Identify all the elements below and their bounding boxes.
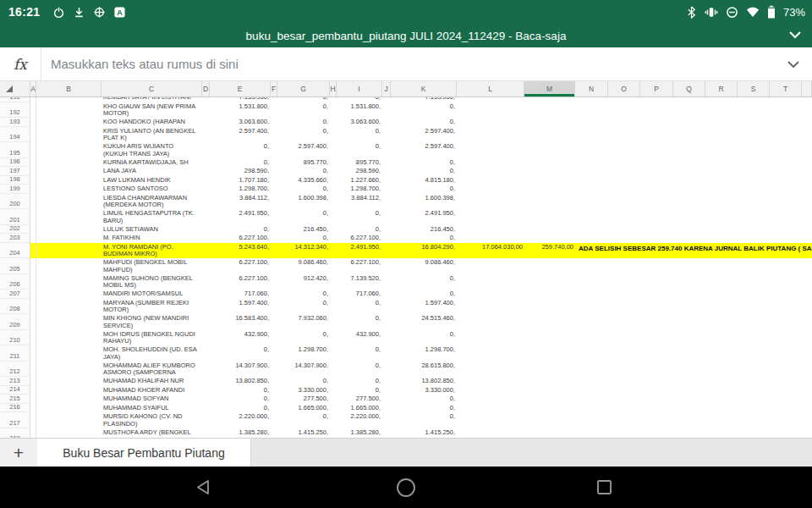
cell-note-208[interactable] [575,299,812,315]
cell-G209-value[interactable]: 7.932.060, [277,314,330,330]
cell-F210[interactable] [271,330,277,346]
cell-I215-value[interactable]: 277.500, [337,395,382,404]
cell-A201[interactable] [30,209,36,225]
cell-A217[interactable] [30,412,36,428]
cell-F211[interactable] [271,345,277,362]
cell-note-217[interactable] [575,412,812,428]
cell-I202-value[interactable]: 0, [337,225,382,235]
cell-H197[interactable] [330,167,337,176]
cell-E217-value[interactable]: 2.220.000, [210,412,271,428]
cell-J217[interactable] [382,412,391,428]
cell-B213[interactable] [36,377,102,386]
cell-E193-value[interactable]: 3.063.600, [210,118,271,127]
cell-D215[interactable] [202,395,210,404]
column-header-Q[interactable]: Q [673,81,705,97]
cell-A202[interactable] [30,225,36,235]
cell-J192[interactable] [382,102,391,119]
cell-M208-value[interactable] [524,299,575,315]
cell-G217-value[interactable]: 0, [277,412,330,428]
cell-K207-value[interactable]: 0, [391,290,457,299]
cell-L202-value[interactable] [457,225,524,235]
cell-E214-value[interactable]: 0, [210,386,271,395]
cell-M212-value[interactable] [524,362,575,378]
cell-B217[interactable] [36,412,102,428]
cell-E199-value[interactable]: 1.298.700, [210,185,271,194]
cell-K192-value[interactable]: 0, [391,102,457,119]
cell-E198-value[interactable]: 1.707.180, [210,176,271,185]
row-header-216[interactable]: 216 [0,404,30,413]
cell-L207-value[interactable] [457,290,524,299]
cell-I216-value[interactable]: 1.665.000, [337,404,382,413]
cell-J196[interactable] [382,158,391,168]
cell-A209[interactable] [30,314,36,330]
cell-J215[interactable] [382,395,391,404]
row-header-211[interactable]: 211 [0,345,30,362]
cell-K209-value[interactable]: 24.515.460, [391,314,457,330]
cell-note-200[interactable] [575,194,812,210]
row-header-193[interactable]: 193 [0,118,30,127]
cell-A198[interactable] [30,176,36,185]
cell-M194-value[interactable] [524,127,575,143]
row-header-192[interactable]: 192 [0,102,30,119]
cell-E204-value[interactable]: 5.243.640, [210,243,271,259]
row-header-218[interactable]: 218 [0,428,30,439]
cell-note-214[interactable] [575,386,812,395]
cell-B202[interactable] [36,225,102,235]
cell-D205[interactable] [202,258,210,274]
cell-B193[interactable] [36,118,102,127]
cell-H200[interactable] [330,194,337,210]
cell-J199[interactable] [382,185,391,194]
cell-C196-name[interactable]: KURNIA KARTAWIDJAJA, SH [102,158,202,168]
cell-I194-value[interactable]: 0, [337,127,382,143]
cell-K217-value[interactable]: 0, [391,412,457,428]
add-sheet-button[interactable]: + [0,439,37,467]
column-header-M[interactable]: M [524,81,575,97]
cell-C204-name[interactable]: M. YONI RAMDANI (PO. BUDIMAN MIKRO) [102,243,202,259]
cell-C211-name[interactable]: MOH. SHOLEHUDDIN (UD. ESA JAYA) [102,345,202,362]
cell-D200[interactable] [202,194,210,210]
row-header-201[interactable]: 201 [0,209,30,225]
cell-M213-value[interactable] [524,377,575,386]
cell-E202-value[interactable]: 0, [210,225,271,235]
cell-M200-value[interactable] [524,194,575,210]
cell-I206-value[interactable]: 7.139.520, [337,274,382,290]
cell-L194-value[interactable] [457,127,524,143]
cell-note-205[interactable] [575,258,812,274]
cell-D195[interactable] [202,142,210,158]
cell-I197-value[interactable]: 298.590, [337,167,382,176]
cell-F205[interactable] [271,258,277,274]
cell-H212[interactable] [330,362,337,378]
cell-J206[interactable] [382,274,391,290]
cell-F193[interactable] [271,118,277,127]
cell-D210[interactable] [202,330,210,346]
row-header-207[interactable]: 207 [0,290,30,299]
chevron-down-icon[interactable] [787,60,800,69]
cell-I208-value[interactable]: 0, [337,299,382,315]
cell-I214-value[interactable]: 0, [337,386,382,395]
row-header-209[interactable]: 209 [0,314,30,330]
cell-C197-name[interactable]: LANA JAYA [102,167,202,176]
cell-C214-name[interactable]: MUHAMAD KHOER AFANDI [102,386,202,395]
cell-D218[interactable] [202,428,210,439]
row-header-204[interactable]: 204 [0,243,30,259]
cell-M216-value[interactable] [524,404,575,413]
cell-H198[interactable] [330,176,337,185]
cell-note-218[interactable] [575,428,812,439]
cell-M205-value[interactable] [524,258,575,274]
cell-F200[interactable] [271,194,277,210]
cell-J216[interactable] [382,404,391,413]
cell-G210-value[interactable]: 0, [277,330,330,346]
cell-F217[interactable] [271,412,277,428]
cell-J213[interactable] [382,377,391,386]
cell-note-210[interactable] [575,330,812,346]
column-header-L[interactable]: L [457,81,524,97]
cell-M209-value[interactable] [524,314,575,330]
cell-D196[interactable] [202,158,210,168]
cell-B208[interactable] [36,299,102,315]
cell-M217-value[interactable] [524,412,575,428]
cell-B200[interactable] [36,194,102,210]
cell-L198-value[interactable] [457,176,524,185]
cell-L195-value[interactable] [457,142,524,158]
cell-M203-value[interactable] [524,234,575,243]
row-header-206[interactable]: 206 [0,274,30,290]
